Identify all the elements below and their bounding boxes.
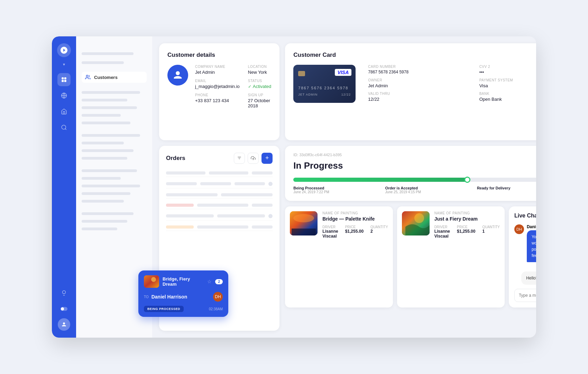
chat-messages: DH Daniel Harrison You make really great…	[514, 224, 536, 285]
chat-input-row	[514, 289, 536, 302]
status-badge: Activated	[248, 84, 271, 89]
email-value: j_maggio@jetadmin.io	[195, 84, 240, 89]
table-row	[166, 202, 273, 209]
logo-icon	[60, 46, 68, 54]
table-row	[166, 223, 273, 231]
painting-card-2: NAME OF PAINTING Just a Fiery Dream DRIV…	[397, 206, 505, 308]
sidebar-item-toggle[interactable]	[57, 302, 71, 315]
status-field: STATUS Activated	[248, 79, 271, 89]
svg-point-5	[62, 125, 66, 129]
order-rows	[166, 169, 273, 231]
customer-details-title: Customer details	[167, 52, 271, 59]
painting-thumb-1	[290, 211, 318, 235]
stage-label: Order is Accepted	[385, 186, 421, 190]
svg-rect-3	[64, 80, 66, 82]
painting-2-name: Just a Fiery Dream	[434, 216, 500, 222]
svg-point-15	[293, 214, 314, 222]
live-chat-title: Live Chat	[514, 213, 536, 219]
stage-order-accepted: Order is Accepted June 25, 2019 4:15 PM	[385, 186, 421, 194]
chat-bubble-2: Hello! What do you mean? 🤗	[521, 271, 536, 285]
company-name-label: COMPANY NAME	[195, 65, 240, 69]
table-row	[166, 180, 273, 188]
progress-bar	[293, 178, 536, 182]
chat-bubble-1: You make really great work!! Check out m…	[527, 230, 536, 262]
progress-dot	[464, 177, 470, 183]
painting-1-label: NAME OF PAINTING	[322, 211, 388, 215]
driver-2-label: DRIVER	[434, 225, 450, 229]
progress-labels: Being Processed June 24, 2019 7:22 PM Or…	[293, 186, 536, 194]
painting-2-label: NAME OF PAINTING	[434, 211, 500, 215]
card-owner-field: OWNER Jet Admin	[368, 78, 472, 88]
customer-details-card: Customer details COMPANY NAME Jet Admin …	[159, 43, 279, 140]
qty-2-value: 1	[482, 229, 500, 234]
driver-1-label: DRIVER	[322, 225, 338, 229]
table-row	[166, 212, 273, 221]
location-label: LOCATION	[248, 65, 271, 69]
stage-ready-delivery: Ready for Delivery	[477, 186, 511, 194]
driver-2-value: Lisanne Viscaal	[434, 229, 450, 239]
card-name-display: JET ADMIN 12/22	[298, 93, 351, 96]
chat-input[interactable]	[519, 293, 536, 298]
floating-to-label: TO	[144, 295, 149, 299]
floating-badge: 2	[215, 279, 223, 284]
qty-1-value: 2	[370, 229, 388, 234]
bank-field: BANK Open Bank	[479, 92, 536, 102]
company-name-value: Jet Admin	[195, 70, 240, 75]
customer-avatar	[167, 65, 188, 86]
phone-value: +33 837 123 434	[195, 98, 240, 103]
sidebar-item-home[interactable]	[57, 105, 71, 118]
stage-being-processed: Being Processed June 24, 2019 7:22 PM	[293, 186, 329, 194]
order-details-panel: ID: 33d3ff3c-c64f-4421-b395 In Progress …	[285, 146, 536, 331]
price-1-label: PRICE	[345, 225, 364, 229]
orders-title: Orders	[166, 155, 185, 162]
card-number-display: 7867 5676 2364 5978	[298, 86, 351, 90]
company-name-field: COMPANY NAME Jet Admin	[195, 65, 240, 75]
orders-actions: +	[234, 153, 273, 164]
phone-label: PHONE	[195, 93, 240, 97]
customers-icon	[85, 74, 91, 80]
sidebar-item-bulb[interactable]	[57, 286, 71, 300]
card-number-field: CARD NUMBER 7867 5678 2364 5978	[368, 65, 472, 75]
floating-card-title: Bridge, Fiery Dream	[163, 276, 204, 287]
driver-1-value: Lisanne Viscaal	[322, 229, 338, 239]
nav-item-customers-label: Customers	[94, 75, 118, 80]
svg-point-22	[151, 277, 156, 282]
stage-label: Being Processed	[293, 186, 329, 190]
svg-line-6	[65, 128, 66, 130]
signup-label: SIGN UP	[248, 93, 271, 97]
phone-field: PHONE +33 837 123 434	[195, 93, 240, 108]
filter-button[interactable]	[234, 153, 245, 164]
sidebar-logo[interactable]	[57, 43, 71, 57]
sidebar-item-dashboard[interactable]	[57, 73, 71, 86]
order-status-title: In Progress	[293, 160, 343, 171]
svg-rect-16	[292, 229, 316, 235]
floating-star-icon[interactable]: ☆	[207, 279, 212, 284]
nav-item-customers[interactable]: Customers	[82, 72, 147, 83]
credit-card-visual: VISA 7867 5676 2364 5978 JET ADMIN 12/22	[293, 65, 356, 103]
add-order-button[interactable]: +	[261, 153, 273, 164]
painting-card-1: NAME OF PAINTING Bridge — Palette Knife …	[285, 206, 393, 308]
svg-rect-21	[144, 275, 159, 288]
sidebar-user-avatar[interactable]	[58, 318, 70, 331]
stage-label: Ready for Delivery	[477, 186, 511, 190]
sidebar: ▾	[52, 36, 76, 338]
status-label: STATUS	[248, 79, 271, 83]
painting-thumb-2	[402, 211, 430, 235]
qty-1-label: QUANTITY	[370, 225, 388, 229]
filter-icon	[237, 156, 242, 161]
sidebar-item-search[interactable]	[57, 121, 71, 134]
chat-avatar-daniel: DH	[514, 224, 524, 234]
customer-card-title: Customer Card	[293, 52, 536, 59]
location-field: LOCATION New York	[248, 65, 271, 75]
upload-button[interactable]	[248, 153, 259, 164]
price-2-value: $1,255.00	[457, 229, 475, 234]
progress-bar-fill	[293, 178, 467, 182]
floating-recipient: Daniel Harrison	[151, 294, 210, 300]
svg-point-8	[61, 308, 64, 311]
floating-thumb	[144, 275, 159, 288]
paintings-section: NAME OF PAINTING Bridge — Palette Knife …	[285, 206, 536, 308]
chat-sender-1: Daniel Harrison	[527, 224, 536, 229]
upload-icon	[251, 156, 256, 161]
sidebar-item-globe[interactable]	[57, 89, 71, 102]
live-chat-card: Live Chat ⋯ DH Daniel Harrison You make …	[509, 206, 536, 308]
